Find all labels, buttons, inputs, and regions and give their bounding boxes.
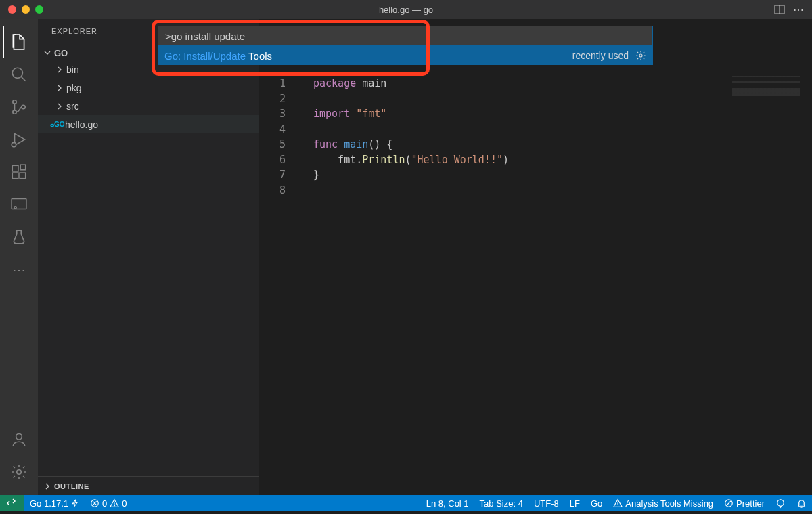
outline-section[interactable]: OUTLINE xyxy=(38,476,259,495)
svg-point-22 xyxy=(114,505,115,506)
status-tab-size[interactable]: Tab Size: 4 xyxy=(474,498,528,509)
gear-icon[interactable] xyxy=(635,50,646,61)
account-icon[interactable] xyxy=(3,423,35,456)
line-number: 7 xyxy=(259,167,286,183)
status-go-version[interactable]: Go 1.17.1 xyxy=(24,495,85,511)
title-bar: hello.go — go ⋯ xyxy=(0,0,812,19)
file-label: hello.go xyxy=(65,119,98,130)
status-problems[interactable]: 0 0 xyxy=(85,495,132,511)
code-token: "Hello World!!" xyxy=(411,154,503,166)
testing-activity-icon[interactable] xyxy=(3,221,35,253)
svg-point-5 xyxy=(13,110,16,114)
svg-rect-12 xyxy=(20,165,26,170)
code-token: ) xyxy=(503,154,509,166)
code-token: import xyxy=(313,108,350,120)
code-token: package xyxy=(313,77,356,89)
minimize-window-button[interactable] xyxy=(22,5,30,14)
folder-label: pkg xyxy=(66,83,82,93)
code-content[interactable]: package main import "fmt" func main() { … xyxy=(313,76,509,198)
close-window-button[interactable] xyxy=(8,5,16,14)
svg-rect-10 xyxy=(12,173,18,179)
status-analysis-warning[interactable]: Analysis Tools Missing xyxy=(608,498,719,509)
svg-point-14 xyxy=(14,207,16,209)
chevron-right-icon xyxy=(54,83,65,93)
block-icon xyxy=(724,498,734,508)
split-editor-icon[interactable] xyxy=(774,4,785,15)
svg-point-17 xyxy=(639,54,642,57)
svg-point-8 xyxy=(12,142,16,147)
line-number: 1 xyxy=(259,76,286,91)
status-bar: Go 1.17.1 0 0 Ln 8, Col 1 Tab Size: 4 UT… xyxy=(0,495,812,511)
explorer-sidebar: EXPLORER GO bin pkg src ⴰGO hello.go xyxy=(38,19,259,495)
go-version-label: Go 1.17.1 xyxy=(30,498,68,509)
outline-label: OUTLINE xyxy=(54,482,89,490)
status-cursor-position[interactable]: Ln 8, Col 1 xyxy=(421,498,474,509)
code-token: ( xyxy=(405,154,411,166)
window-title: hello.go — go xyxy=(379,5,433,15)
status-encoding[interactable]: UTF-8 xyxy=(528,498,564,509)
svg-line-3 xyxy=(21,77,26,81)
warning-count: 0 xyxy=(122,498,127,509)
remote-activity-icon[interactable] xyxy=(3,188,35,221)
folder-pkg[interactable]: pkg xyxy=(38,79,259,97)
line-number: 4 xyxy=(259,122,286,137)
root-label: GO xyxy=(54,48,68,58)
code-token: () { xyxy=(368,138,392,150)
command-palette-input[interactable] xyxy=(158,26,653,46)
svg-point-6 xyxy=(22,105,25,108)
code-token: func xyxy=(313,138,338,150)
remote-indicator[interactable] xyxy=(0,495,24,511)
line-number: 3 xyxy=(259,106,286,122)
status-feedback-icon[interactable] xyxy=(770,498,791,509)
svg-rect-9 xyxy=(12,165,18,171)
line-number: 5 xyxy=(259,137,286,152)
status-bell-icon[interactable] xyxy=(791,498,812,509)
status-language[interactable]: Go xyxy=(585,498,608,509)
go-file-icon: ⴰGO xyxy=(50,121,62,128)
folder-src[interactable]: src xyxy=(38,97,259,115)
palette-result-item[interactable]: Go: Install/Update Tools recently used xyxy=(158,46,653,65)
settings-gear-icon[interactable] xyxy=(3,456,35,488)
warn-label: Analysis Tools Missing xyxy=(625,498,713,509)
lang-label: Go xyxy=(591,498,602,509)
debug-activity-icon[interactable] xyxy=(3,123,35,156)
line-number: 8 xyxy=(259,183,286,198)
folder-label: bin xyxy=(66,64,79,75)
more-actions-icon[interactable]: ⋯ xyxy=(793,3,804,16)
search-activity-icon[interactable] xyxy=(3,58,35,91)
eol-label: LF xyxy=(570,498,580,509)
code-token: main xyxy=(338,138,368,150)
pos-label: Ln 8, Col 1 xyxy=(426,498,469,509)
line-number: 2 xyxy=(259,91,286,107)
svg-rect-11 xyxy=(20,173,26,179)
explorer-activity-icon[interactable] xyxy=(3,26,35,58)
overflow-activity-icon[interactable]: ⋯ xyxy=(3,253,35,286)
chevron-down-icon xyxy=(42,47,53,58)
scm-activity-icon[interactable] xyxy=(3,91,35,123)
code-token: "fmt" xyxy=(350,108,386,120)
status-prettier[interactable]: Prettier xyxy=(719,498,770,509)
extensions-activity-icon[interactable] xyxy=(3,156,35,188)
maximize-window-button[interactable] xyxy=(35,5,43,14)
enc-label: UTF-8 xyxy=(534,498,559,509)
svg-point-15 xyxy=(16,433,22,440)
code-token: Println xyxy=(362,154,405,166)
warning-icon xyxy=(613,498,623,508)
svg-point-2 xyxy=(12,68,22,78)
line-gutter: 1 2 3 4 5 6 7 8 xyxy=(259,76,296,198)
code-token: main xyxy=(356,77,386,89)
chevron-right-icon xyxy=(54,64,65,75)
status-eol[interactable]: LF xyxy=(564,498,585,509)
command-palette: Go: Install/Update Tools recently used xyxy=(158,26,653,65)
svg-point-16 xyxy=(17,470,22,475)
folder-label: src xyxy=(66,101,79,112)
error-count: 0 xyxy=(102,498,107,509)
window-controls xyxy=(0,5,43,14)
palette-result-main: Go: Install/Update xyxy=(164,50,246,62)
prettier-label: Prettier xyxy=(736,498,765,509)
chevron-right-icon xyxy=(42,481,53,492)
chevron-right-icon xyxy=(54,101,65,112)
editor-area[interactable]: 1 2 3 4 5 6 7 8 package main import "fmt… xyxy=(259,19,812,495)
minimap[interactable] xyxy=(732,76,800,116)
file-hello-go[interactable]: ⴰGO hello.go xyxy=(38,115,259,133)
